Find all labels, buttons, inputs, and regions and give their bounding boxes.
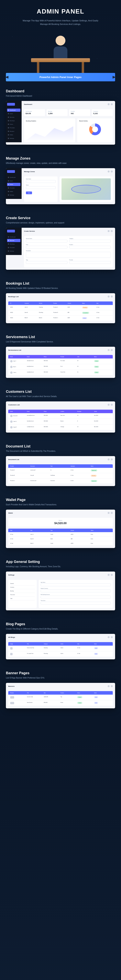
sidebar-item-dashboard[interactable]: Dashboard [7,108,21,112]
duration-input[interactable] [69,246,111,248]
arrow-right-icon [113,76,116,79]
section-desc: Comprehensive services: design, implemen… [6,221,115,224]
sidebar-item-zones[interactable]: Zones [7,123,21,126]
sidebar-item-reviews[interactable]: Reviews [7,130,21,133]
table-row[interactable]: 14 JanSara M.Debit-$85Done [8,537,113,541]
user-avatar-icon[interactable] [111,103,113,105]
settings-tab[interactable]: Currency [10,585,35,589]
servicemens-screenshot: Servicemens List NameEmailPhoneProviderJ… [6,347,115,378]
wallet-screenshot: Wallet Balance $4,520.00 DateUserTypeAmo… [6,510,115,548]
section-desc: All Booking Details With Updated Status … [6,287,115,290]
page-description: Manage The App With A Powerful Admin Int… [21,19,100,26]
min-booking-input[interactable] [41,596,111,598]
table-row[interactable]: Summer Sale1200x400TopActiveEdit [8,695,113,700]
category-input[interactable] [69,240,111,242]
table-row[interactable]: #1023Mike R.ElectricProvider C$200Active… [8,315,113,321]
sidebar-item-users[interactable]: Users [7,112,21,115]
settings-tab[interactable]: Logo [10,597,35,600]
blog-screenshot: All Blogs ImageTitleCategoryAuthorDateAc… [6,634,115,659]
section-title: Servicemens List [6,335,115,339]
section-title: Banner Pages [6,671,115,675]
wallet-balance: $4,520.00 [10,522,111,525]
stat-customers: Customers5,102 [92,109,113,116]
arrow-left-icon [5,76,8,79]
section-desc: Each Provider And User's Wallet Details … [6,503,115,506]
sidebar-item-bookings[interactable]: Bookings [7,119,21,122]
section-desc: Including Logo, Currency, Min Booking Am… [6,565,115,568]
table-row[interactable]: 13 JanMike R.Credit+$200Done [8,541,113,546]
table-row[interactable]: Home Care TipsCleaningAdmin10 JanEdit [8,646,113,651]
table-row[interactable]: Liam S.liam@mail.com555-0202Boston8Feb 2… [8,419,113,425]
table-row[interactable]: Cara L.cara@mail.com555-0103Home Hub31Ac… [8,370,113,375]
sidebar-menu: Dashboard Users Services Bookings Zones … [7,108,21,140]
section-title: Blog Pages [6,622,115,626]
documents-screenshot: Document List ProviderDocumentTypeUpload… [6,456,115,486]
section-bookings: Bookings List All Booking Details With U… [6,282,115,323]
section-desc: Effortlessly manage zones: create, view,… [6,162,115,165]
section-desc: List Of App Banner With Preferred Size O… [6,676,115,679]
table-row[interactable]: Ben K.ben@mail.com555-0102Fix It18Active [8,364,113,370]
banner-screenshot: Banners PreviewTitleSizePositionStatusAc… [6,683,115,708]
table-row[interactable]: Provider CInsurance.pdfInsurance12 JanAp… [8,479,113,484]
section-customers: Customers List All The User's List With … [6,390,115,433]
tags-input[interactable] [26,261,68,264]
section-settings: App General Setting Including Logo, Curr… [6,560,115,610]
sidebar-item-services[interactable]: Services [7,116,21,119]
notification-icon[interactable] [108,103,110,105]
sidebar-item-settings[interactable]: Settings [7,137,21,140]
section-title: Wallet Page [6,498,115,502]
table-row[interactable]: Fix Leaks FastPlumbingAdmin12 JanEdit [8,651,113,657]
hero-illustration [6,32,115,67]
zone-name-input[interactable] [26,180,56,183]
zone-status-input[interactable] [26,186,56,189]
donut-chart [89,124,101,135]
dashboard-screenshot: Dashboard Users Services Bookings Zones … [6,101,115,145]
analytics-chart [26,123,73,140]
zones-screenshot: Dashboard Users Zones Providers Wallet S… [6,168,115,204]
table-row[interactable]: Noah P.noah@mail.com555-0203Chicago15Mar… [8,425,113,430]
provider-input[interactable] [69,261,111,264]
section-desc: All The User's List With Their Location … [6,395,115,398]
settings-tab[interactable]: Booking [10,589,35,593]
stat-providers: Providers342 [69,109,90,116]
zone-map[interactable] [61,178,111,200]
table-row[interactable]: 15 JanJohn D.Credit+$120Done [8,532,113,537]
page-title: ADMIN PANEL [6,8,115,15]
section-wallet: Wallet Page Each Provider And User's Wal… [6,498,115,548]
settings-tab[interactable]: Time Zone [10,593,35,597]
section-desc: The Document List Which is Submitted By … [6,450,115,453]
sidebar-item-providers[interactable]: Providers [7,126,21,129]
table-row[interactable]: #1022Sara M.PlumbingProvider B$85Complet… [8,310,113,315]
section-desc: List Of Approved Serviceman With Complet… [6,340,115,343]
description-input[interactable] [26,252,111,258]
save-button[interactable]: Save [26,191,32,194]
create-service-screenshot: Dashboard Services Bookings Providers Se… [6,228,115,270]
settings-screenshot: Settings General Currency Booking Time Z… [6,571,115,610]
table-row[interactable]: New Service800x300HomeActiveEdit [8,700,113,706]
inner-pages-banner: Powerful Admin Panel Inner Pages [6,73,115,81]
section-title: App General Setting [6,560,115,564]
table-row[interactable]: #1021John D.CleaningProvider A$120Pendin… [8,305,113,310]
app-name-input[interactable] [41,584,111,586]
stat-bookings: Bookings1,284 [47,109,68,116]
section-dashboard: Dashboard Fixit-laravel Admin Dashboard … [6,89,115,145]
section-title: Dashboard [6,89,115,93]
section-create-service: Create Service Comprehensive services: d… [6,216,115,270]
section-zones: Manage Zones Effortlessly manage zones: … [6,156,115,204]
table-row[interactable]: Provider ALicense.pdfID10 JanApproved [8,468,113,473]
table-row[interactable]: Alex T.alex@mail.com555-0101Pro Clean24A… [8,358,113,364]
table-row[interactable]: Emma W.emma@mail.com555-0201New York12Ja… [8,413,113,419]
section-title: Create Service [6,216,115,220]
timezone-input[interactable] [41,602,111,605]
currency-input[interactable] [41,590,111,592]
table-row[interactable]: Provider BCert.pdfCertificate11 JanPendi… [8,473,113,479]
section-blog: Blog Pages Create The Blog In Different … [6,622,115,659]
settings-tab[interactable]: General [10,582,35,585]
price-input[interactable] [26,246,68,248]
section-banner: Banner Pages List Of App Banner With Pre… [6,671,115,708]
app-logo [7,103,15,106]
customers-screenshot: Customers List NameEmailPhoneLocationBoo… [6,401,115,433]
sidebar-item-wallet[interactable]: Wallet [7,133,21,137]
stat-earnings: Total Earnings$24.5k [24,109,45,116]
service-name-input[interactable] [26,240,68,242]
